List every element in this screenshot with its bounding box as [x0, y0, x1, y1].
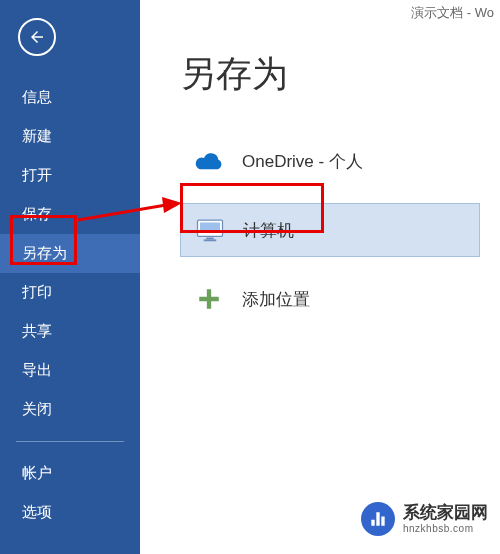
sidebar-item-print[interactable]: 打印: [0, 273, 140, 312]
svg-rect-1: [200, 223, 220, 233]
main-panel: 另存为 OneDrive - 个人 计算机 添加位置: [140, 0, 500, 341]
sidebar-item-close[interactable]: 关闭: [0, 390, 140, 429]
sidebar-item-export[interactable]: 导出: [0, 351, 140, 390]
sidebar-item-info[interactable]: 信息: [0, 78, 140, 117]
sidebar-item-saveas[interactable]: 另存为: [0, 234, 140, 273]
location-label: 计算机: [243, 219, 294, 242]
location-computer[interactable]: 计算机: [180, 203, 480, 257]
location-label: 添加位置: [242, 288, 310, 311]
sidebar-item-options[interactable]: 选项: [0, 493, 140, 532]
page-title: 另存为: [180, 50, 500, 99]
location-onedrive[interactable]: OneDrive - 个人: [180, 135, 480, 187]
back-button[interactable]: [18, 18, 56, 56]
location-add[interactable]: 添加位置: [180, 273, 480, 325]
svg-rect-2: [206, 238, 214, 240]
sidebar-separator: [16, 441, 124, 442]
svg-rect-3: [204, 239, 217, 241]
plus-icon: [194, 285, 224, 313]
sidebar-item-account[interactable]: 帐户: [0, 454, 140, 493]
watermark-title: 系统家园网: [403, 503, 488, 523]
computer-icon: [195, 216, 225, 244]
arrow-left-icon: [28, 28, 46, 46]
sidebar: 信息 新建 打开 保存 另存为 打印 共享 导出 关闭 帐户 选项: [0, 0, 140, 554]
sidebar-item-save[interactable]: 保存: [0, 195, 140, 234]
watermark-logo-icon: [361, 502, 395, 536]
sidebar-item-share[interactable]: 共享: [0, 312, 140, 351]
location-label: OneDrive - 个人: [242, 150, 363, 173]
sidebar-item-open[interactable]: 打开: [0, 156, 140, 195]
cloud-icon: [194, 147, 224, 175]
watermark: 系统家园网 hnzkhbsb.com: [361, 502, 488, 536]
sidebar-item-new[interactable]: 新建: [0, 117, 140, 156]
watermark-url: hnzkhbsb.com: [403, 523, 488, 535]
